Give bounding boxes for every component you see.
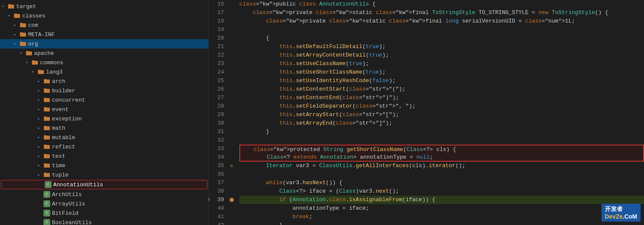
code-lines: class="kw">public class AnnotationUtils … xyxy=(236,0,644,225)
line-numbers: 1617181920212223242526272829303132333435… xyxy=(209,0,227,225)
tree-item-AnnotationUtils[interactable]: CAnnotationUtils xyxy=(1,180,207,189)
line-number: 32 xyxy=(209,136,224,145)
tree-item-text[interactable]: text xyxy=(0,151,208,161)
tree-item-label: AnnotationUtils xyxy=(53,182,103,188)
watermark: 开发者 DevZe.CoM xyxy=(601,204,641,222)
code-line: this.setUseShortClassName(true); xyxy=(239,68,644,77)
watermark-line1: 开发者 xyxy=(605,205,637,213)
tree-arrow xyxy=(20,51,25,56)
line-number: 40 xyxy=(209,204,224,213)
tree-item-mutable[interactable]: mutable xyxy=(0,133,208,142)
tree-item-meta-inf[interactable]: META-INF xyxy=(0,30,208,39)
tree-arrow xyxy=(37,125,43,131)
tree-item-org[interactable]: org xyxy=(0,39,208,48)
tree-item-commons[interactable]: commons xyxy=(0,58,208,67)
line-number: 21 xyxy=(209,43,224,51)
tree-arrow xyxy=(37,79,43,84)
tree-item-reflect[interactable]: reflect xyxy=(0,142,208,151)
line-number: 42 xyxy=(209,221,224,225)
tree-item-apache[interactable]: apache xyxy=(0,48,208,58)
gutter-icon xyxy=(227,145,236,153)
tree-item-BooleanUtils[interactable]: CBooleanUtils xyxy=(0,218,208,225)
line-number: 38 xyxy=(209,187,224,196)
tree-item-label: text xyxy=(52,153,65,159)
tree-item-time[interactable]: time xyxy=(0,161,208,170)
gutter-icon xyxy=(227,0,236,9)
class-icon: C xyxy=(43,200,50,207)
tree-item-event[interactable]: event xyxy=(0,105,208,114)
line-number: 22 xyxy=(209,51,224,60)
gutter-icon xyxy=(227,213,236,221)
code-line: if (Annotation.class.isAssignableFrom(if… xyxy=(239,196,644,204)
tree-arrow xyxy=(37,172,43,177)
folder-icon xyxy=(43,134,50,141)
file-tree: targetclassescomMETA-INForgapachecommons… xyxy=(0,0,209,225)
line-number: 18 xyxy=(209,17,224,26)
tree-item-label: org xyxy=(28,41,38,47)
tree-arrow xyxy=(37,163,43,168)
line-number: 31 xyxy=(209,128,224,136)
gutter-icon xyxy=(227,94,236,102)
folder-icon xyxy=(32,59,38,66)
watermark-line2: DevZe.CoM xyxy=(605,213,637,220)
gutter-icon xyxy=(227,221,236,225)
tree-item-label: BitField xyxy=(52,210,78,216)
class-icon: C xyxy=(45,181,52,188)
class-icon: C xyxy=(43,210,50,216)
tree-item-target[interactable]: target xyxy=(0,2,208,11)
code-line: } xyxy=(239,221,644,225)
folder-icon xyxy=(43,78,50,85)
tree-item-label: ArrayUtils xyxy=(52,201,85,207)
tree-arrow xyxy=(2,4,7,9)
tree-arrow xyxy=(37,97,43,103)
code-line: class="kw">public class AnnotationUtils … xyxy=(239,0,644,9)
tree-item-concurrent[interactable]: concurrent xyxy=(0,95,208,105)
line-number: 41 xyxy=(209,213,224,221)
line-number: 35 xyxy=(209,162,224,170)
tree-item-ArrayUtils[interactable]: CArrayUtils xyxy=(0,199,208,208)
tree-item-math[interactable]: math xyxy=(0,123,208,133)
tree-arrow xyxy=(37,135,43,140)
gutter-icon xyxy=(227,68,236,77)
folder-icon xyxy=(43,153,50,159)
gutter-icon xyxy=(227,111,236,119)
line-number: 33 xyxy=(209,145,224,153)
code-line: Iterator var3 = ClassUtils.getAllInterfa… xyxy=(239,162,644,170)
tree-arrow xyxy=(37,154,43,159)
tree-item-label: META-INF xyxy=(28,31,55,38)
tree-item-classes[interactable]: classes xyxy=(0,11,208,20)
code-line: this.setContentEnd(class="str">")"); xyxy=(239,94,644,102)
gutter-icon xyxy=(227,34,236,43)
folder-icon xyxy=(43,171,50,178)
tree-item-exception[interactable]: exception xyxy=(0,114,208,123)
tree-item-lang3[interactable]: lang3 xyxy=(0,67,208,77)
tree-item-arch[interactable]: arch xyxy=(0,77,208,86)
tree-item-tuple[interactable]: tuple xyxy=(0,170,208,179)
line-number: 19 xyxy=(209,26,224,34)
code-line: class="kw">private class="kw">static cla… xyxy=(239,9,644,17)
gutter-icon xyxy=(227,136,236,145)
gutter-icon xyxy=(227,26,236,34)
tree-item-label: math xyxy=(52,125,65,131)
tree-item-label: event xyxy=(52,106,69,113)
line-number: 16 xyxy=(209,0,224,9)
code-line: this.setUseClassName(true); xyxy=(239,60,644,68)
tree-item-builder[interactable]: builder xyxy=(0,86,208,95)
tree-arrow xyxy=(32,69,37,74)
tree-item-ArchUtils[interactable]: CArchUtils xyxy=(0,190,208,199)
folder-icon xyxy=(20,22,26,28)
line-number: 26 xyxy=(209,85,224,94)
folder-icon xyxy=(43,143,50,150)
class-icon: C xyxy=(43,191,50,198)
line-number: 37 xyxy=(209,179,224,187)
gutter-icon xyxy=(227,119,236,128)
code-line xyxy=(239,170,644,179)
code-line: annotationType = iface; xyxy=(239,204,644,213)
tree-item-com[interactable]: com xyxy=(0,20,208,30)
class-icon: C xyxy=(43,219,50,225)
tree-arrow xyxy=(14,23,19,28)
folder-icon xyxy=(8,3,14,10)
code-line: this.setDefaultFullDetail(true); xyxy=(239,43,644,51)
tree-item-BitField[interactable]: CBitField xyxy=(0,208,208,218)
tree-item-label: apache xyxy=(34,50,54,57)
